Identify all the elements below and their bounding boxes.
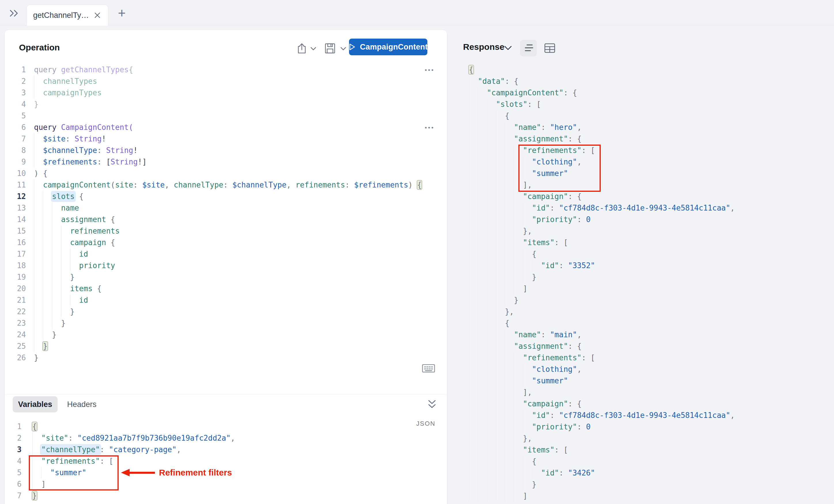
code-line[interactable]: 3"channelType": "category-page", bbox=[0, 444, 235, 455]
code-line[interactable]: 11campaignContent(site: $site, channelTy… bbox=[7, 179, 422, 191]
code-line[interactable]: 5 bbox=[7, 110, 422, 122]
response-viewer: {"data": {"campaignContent": {"slots": [… bbox=[469, 64, 735, 502]
indent-guide bbox=[34, 202, 43, 214]
code-line[interactable]: 6query CampaignContent( bbox=[7, 122, 422, 133]
indent-guide bbox=[478, 237, 487, 248]
code-line[interactable]: 13name bbox=[7, 202, 422, 214]
indent-guide bbox=[478, 398, 487, 410]
code-line[interactable]: 20items { bbox=[7, 283, 422, 294]
code-line[interactable]: 9$refinements: [String!] bbox=[7, 156, 422, 168]
code-line[interactable]: 1{ bbox=[0, 421, 235, 432]
code-token: : bbox=[577, 215, 586, 224]
response-dropdown-button[interactable] bbox=[503, 44, 512, 52]
code-token: "summer" bbox=[532, 169, 568, 178]
code-line: }, bbox=[469, 225, 735, 237]
run-operation-button[interactable]: CampaignContent bbox=[349, 39, 427, 55]
indent-guide bbox=[487, 156, 496, 168]
code-line[interactable]: 23} bbox=[7, 317, 422, 329]
indent-guide bbox=[34, 283, 43, 294]
indent-guide bbox=[469, 156, 478, 168]
indent-guide bbox=[505, 260, 514, 271]
indent-guide bbox=[487, 191, 496, 202]
indent-guide bbox=[514, 479, 523, 490]
variables-collapse-button[interactable] bbox=[426, 397, 438, 411]
code-line[interactable]: 8$channelType: String! bbox=[7, 145, 422, 156]
indent-guide bbox=[43, 191, 52, 202]
code-token: { bbox=[32, 422, 37, 431]
code-token: "site" bbox=[41, 434, 68, 442]
code-line[interactable]: 6] bbox=[0, 478, 235, 490]
share-options-button[interactable] bbox=[309, 45, 317, 52]
code-line[interactable]: 21id bbox=[7, 294, 422, 306]
code-line[interactable]: 10) { bbox=[7, 168, 422, 179]
code-line[interactable]: 16campaign { bbox=[7, 237, 422, 248]
line-number: 15 bbox=[7, 225, 26, 237]
code-line[interactable]: 19} bbox=[7, 271, 422, 283]
code-line[interactable]: 2channelTypes bbox=[7, 75, 422, 87]
tab-headers[interactable]: Headers bbox=[64, 396, 100, 412]
indent-guide bbox=[487, 375, 496, 387]
code-line[interactable]: 18priority bbox=[7, 260, 422, 271]
line-number: 4 bbox=[0, 455, 22, 467]
code-line[interactable]: 22} bbox=[7, 306, 422, 317]
response-table-view-button[interactable] bbox=[542, 40, 558, 57]
sidebar-collapse-button[interactable] bbox=[7, 7, 22, 20]
code-token: name bbox=[61, 204, 79, 212]
code-token: "campaign" bbox=[523, 399, 568, 408]
indent-guide bbox=[43, 260, 52, 271]
code-line: "name": "hero", bbox=[469, 122, 735, 133]
operation-title: Operation bbox=[19, 43, 60, 52]
operation-more-options-button[interactable]: ••• bbox=[422, 66, 437, 74]
code-token: : { bbox=[568, 192, 581, 201]
code-line[interactable]: 3campaignTypes bbox=[7, 87, 422, 98]
code-token: "priority" bbox=[532, 422, 577, 431]
code-token: channelType bbox=[174, 180, 223, 189]
tab-getchanneltypes[interactable]: getChannelTy… bbox=[26, 5, 108, 26]
code-line[interactable]: 26} bbox=[7, 352, 422, 364]
code-line[interactable]: 4} bbox=[7, 98, 422, 110]
code-line[interactable]: 12slots { bbox=[7, 191, 422, 202]
code-line[interactable]: 7$site: String! bbox=[7, 133, 422, 145]
code-line[interactable]: 7} bbox=[0, 490, 235, 501]
line-number: 22 bbox=[7, 306, 26, 317]
code-token: { bbox=[92, 284, 101, 293]
indent-guide bbox=[514, 237, 523, 248]
code-line[interactable]: 15refinements bbox=[7, 225, 422, 237]
indent-guide bbox=[514, 364, 523, 375]
indent-guide bbox=[34, 260, 43, 271]
indent-guide bbox=[478, 87, 487, 98]
operation-more-options-button[interactable]: ••• bbox=[422, 123, 437, 132]
save-options-button[interactable] bbox=[339, 45, 347, 52]
indent-guide bbox=[41, 467, 50, 478]
code-line[interactable]: 2"site": "ced8921aa7b7f9b736b90e19afc2dd… bbox=[0, 432, 235, 444]
indent-guide bbox=[478, 202, 487, 214]
code-line[interactable]: 14assignment { bbox=[7, 214, 422, 225]
tab-close-icon[interactable] bbox=[93, 11, 102, 20]
indent-guide bbox=[52, 202, 61, 214]
code-line[interactable]: 25} bbox=[7, 341, 422, 352]
code-line[interactable]: 24} bbox=[7, 329, 422, 341]
indent-guide bbox=[487, 306, 496, 317]
indent-guide bbox=[523, 260, 532, 271]
save-button[interactable] bbox=[323, 41, 337, 56]
new-tab-button[interactable]: + bbox=[115, 6, 129, 20]
indent-guide bbox=[478, 98, 487, 110]
keyboard-shortcuts-button[interactable] bbox=[421, 363, 436, 374]
indent-guide bbox=[496, 467, 505, 479]
indent-guide bbox=[523, 214, 532, 225]
indent-guide bbox=[478, 225, 487, 237]
tab-variables[interactable]: Variables bbox=[13, 396, 58, 412]
response-json-view-button[interactable] bbox=[520, 40, 537, 57]
line-number: 3 bbox=[7, 87, 26, 98]
code-line[interactable]: 1query getChannelTypes{ bbox=[7, 64, 422, 75]
code-line[interactable]: 17id bbox=[7, 248, 422, 260]
share-button[interactable] bbox=[295, 42, 309, 55]
indent-guide bbox=[61, 237, 70, 248]
response-title[interactable]: Response bbox=[463, 42, 504, 52]
indent-guide bbox=[469, 248, 478, 260]
indent-guide bbox=[523, 156, 532, 168]
code-line[interactable]: 5"summer" bbox=[0, 467, 235, 478]
indent-guide bbox=[469, 179, 478, 191]
indent-guide bbox=[487, 168, 496, 179]
code-line[interactable]: 4"refinements": [ bbox=[0, 455, 235, 467]
